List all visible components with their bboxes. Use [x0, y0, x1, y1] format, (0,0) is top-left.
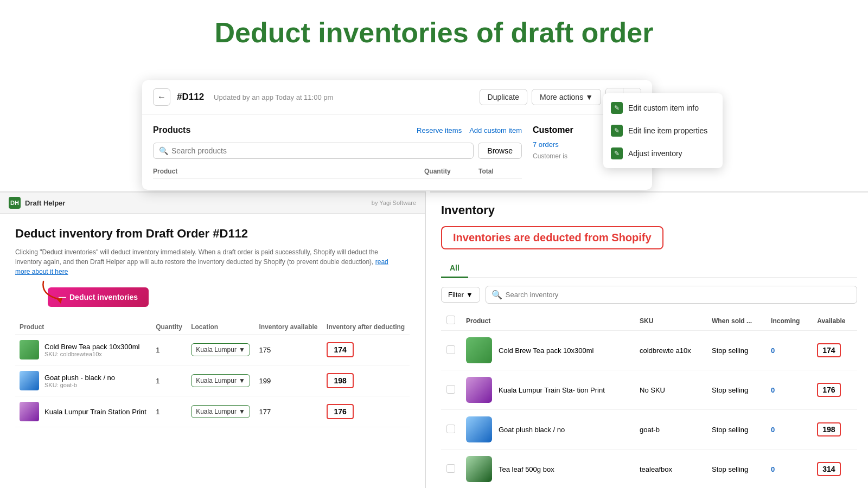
product-info: Cold Brew Tea pack 10x300ml SKU: coldbre…: [20, 340, 147, 359]
table-row: Goat plush - black / no SKU: goat-b 1 Ku…: [15, 365, 410, 396]
location-select[interactable]: Kuala Lumpur ▼: [191, 343, 250, 356]
inventories-deducted-badge: Inventories are deducted from Shopify: [441, 226, 663, 249]
chevron-down-icon: ▼: [239, 346, 245, 354]
inv-incoming: 0: [765, 410, 812, 450]
dropdown-menu: ✎ Edit custom item info ✎ Edit line item…: [603, 93, 723, 168]
product-search-wrap: 🔍: [153, 143, 474, 159]
inventory-table: Product Quantity Location Inventory avai…: [15, 320, 410, 427]
panel-header: ← #D112 Updated by an app Today at 11:00…: [142, 80, 652, 114]
app-name: Draft Helper: [25, 199, 65, 207]
dropdown-edit-line[interactable]: ✎ Edit line item properties: [603, 119, 723, 142]
app-title: Deduct inventory from Draft Order #D112: [15, 227, 410, 241]
tab-all[interactable]: All: [441, 259, 468, 278]
inventory-panel: Inventory Inventories are deducted from …: [430, 191, 868, 488]
row-checkbox[interactable]: [446, 385, 455, 394]
hero-title: Deduct inventories of draft order: [0, 0, 868, 60]
inv-sku: tealeafbox: [634, 450, 706, 489]
section-actions: Reserve items Add custom item: [417, 126, 522, 134]
duplicate-button[interactable]: Duplicate: [480, 89, 527, 105]
browse-button[interactable]: Browse: [478, 143, 522, 159]
inv-sku: goat-b: [634, 410, 706, 450]
inv-available: 175: [254, 335, 322, 365]
more-actions-label: More actions: [540, 93, 583, 101]
location-select[interactable]: Kuala Lumpur ▼: [191, 405, 250, 418]
product-search-input[interactable]: [171, 146, 468, 155]
product-name: Kuala Lumpur Train Station Print: [44, 408, 146, 416]
panel-body: Products Reserve items Add custom item 🔍…: [142, 114, 652, 190]
dropdown-adjust-inventory-label: Adjust inventory: [628, 149, 682, 158]
filter-button[interactable]: Filter ▼: [441, 287, 480, 303]
more-actions-button[interactable]: More actions ▼: [532, 89, 601, 105]
inv-product-img: [466, 456, 492, 482]
col-sku-header: SKU: [634, 311, 706, 331]
app-content: Deduct inventory from Draft Order #D112 …: [0, 214, 425, 440]
inv-when-sold: Stop selling: [706, 370, 765, 410]
app-header: DH Draft Helper by Yagi Software: [0, 192, 425, 214]
col-product-header: Product: [461, 311, 634, 331]
product-quantity: 1: [151, 335, 187, 365]
draft-order-panel: ← #D112 Updated by an app Today at 11:00…: [142, 80, 652, 190]
location-select[interactable]: Kuala Lumpur ▼: [191, 374, 250, 387]
inventory-table-main: Product SKU When sold ... Incoming Avail…: [441, 311, 857, 488]
app-logo: DH: [9, 197, 21, 209]
list-item: Kuala Lumpur Train Sta- tion Print No SK…: [441, 370, 857, 410]
back-button[interactable]: ←: [153, 88, 170, 106]
inv-product-img: [466, 377, 492, 403]
inv-after: 176: [327, 404, 354, 419]
product-info: Goat plush - black / no SKU: goat-b: [20, 371, 147, 390]
inv-after: 198: [327, 373, 354, 388]
col-quantity: Quantity: [424, 168, 478, 175]
inv-available-cell: 174: [817, 343, 840, 357]
inv-product-name: Cold Brew Tea pack 10x300ml: [499, 346, 593, 355]
inv-product-img: [466, 337, 492, 363]
list-item: Cold Brew Tea pack 10x300ml coldbrewte a…: [441, 331, 857, 370]
select-all-checkbox[interactable]: [446, 316, 455, 324]
dropdown-edit-line-label: Edit line item properties: [628, 126, 707, 135]
dropdown-edit-custom-label: Edit custom item info: [628, 104, 699, 112]
product-sku: SKU: goat-b: [44, 382, 115, 388]
inv-available-cell: 176: [817, 383, 840, 397]
adjust-inv-icon: ✎: [611, 147, 623, 159]
deduct-btn-label: Deduct inventories: [69, 293, 138, 301]
customer-text: Customer is: [533, 152, 567, 160]
inv-incoming: 0: [765, 450, 812, 489]
product-name: Goat plush - black / no: [44, 374, 115, 382]
inventory-title: Inventory: [441, 203, 857, 217]
app-description: Clicking "Deduct inventories" will deduc…: [15, 247, 395, 277]
inv-incoming: 0: [765, 331, 812, 370]
search-row: 🔍 Browse: [153, 143, 522, 159]
inventory-toolbar: Filter ▼ 🔍: [441, 286, 857, 304]
inv-sku: No SKU: [634, 370, 706, 410]
row-checkbox[interactable]: [446, 425, 455, 433]
order-subtitle: Updated by an app Today at 11:00 pm: [214, 93, 333, 101]
table-row: Kuala Lumpur Train Station Print 1 Kuala…: [15, 396, 410, 427]
inv-available: 177: [254, 396, 322, 427]
inv-product-img: [466, 416, 492, 442]
col-product: Product: [15, 320, 151, 335]
inv-when-sold: Stop selling: [706, 410, 765, 450]
dropdown-edit-custom[interactable]: ✎ Edit custom item info: [603, 97, 723, 119]
filter-label: Filter: [448, 291, 464, 299]
row-checkbox[interactable]: [446, 345, 455, 354]
inventory-search-input[interactable]: [506, 291, 851, 299]
chevron-down-icon: ▼: [239, 408, 245, 415]
col-product: Product: [153, 168, 424, 175]
product-name: Cold Brew Tea pack 10x300ml: [44, 343, 139, 351]
product-thumb: [20, 371, 39, 390]
product-sku: SKU: coldbrewtea10x: [44, 351, 139, 357]
inv-product-info: Cold Brew Tea pack 10x300ml: [466, 337, 629, 363]
inv-when-sold: Stop selling: [706, 331, 765, 370]
row-checkbox[interactable]: [446, 464, 455, 473]
dropdown-adjust-inventory[interactable]: ✎ Adjust inventory: [603, 142, 723, 165]
list-item: Goat plush black / no goat-b Stop sellin…: [441, 410, 857, 450]
app-panel: DH Draft Helper by Yagi Software Deduct …: [0, 191, 425, 488]
product-thumb: [20, 340, 39, 359]
chevron-down-icon: ▼: [466, 291, 473, 299]
products-title: Products: [153, 125, 190, 135]
product-info: Kuala Lumpur Train Station Print: [20, 402, 147, 421]
inventory-table-header-row: Product Quantity Location Inventory avai…: [15, 320, 410, 335]
table-row: Cold Brew Tea pack 10x300ml SKU: coldbre…: [15, 335, 410, 365]
arrow-indicator: [38, 279, 71, 306]
reserve-items-button[interactable]: Reserve items: [417, 126, 462, 134]
add-custom-item-button[interactable]: Add custom item: [469, 126, 522, 134]
